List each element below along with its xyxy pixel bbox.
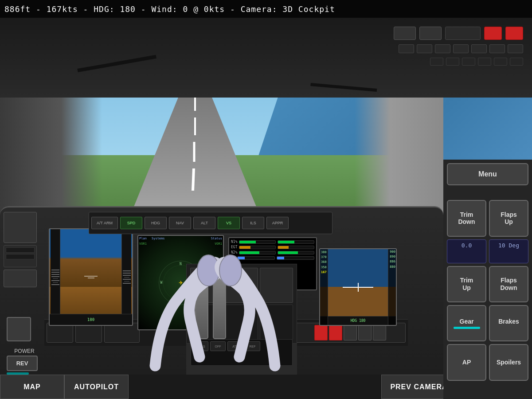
ap-button[interactable]: AP: [447, 344, 486, 380]
autopilot-button[interactable]: AUTOPILOT: [64, 375, 129, 399]
hud-text: 886ft - 167kts - HDG: 180 - Wind: 0 @ 0k…: [4, 4, 335, 14]
trim-value-display: 0.0: [447, 239, 486, 263]
gear-button[interactable]: Gear: [447, 305, 486, 341]
pfd-display: 180: [49, 228, 133, 326]
autopilot-panel: A/T ARM SPD HDG NAV ALT VS ILS APPR: [89, 212, 332, 234]
flaps-up-button[interactable]: Flaps Up: [489, 200, 528, 236]
power-button[interactable]: [7, 317, 31, 341]
map-button[interactable]: MAP: [0, 375, 64, 399]
hud-bar: 886ft - 167kts - HDG: 180 - Wind: 0 @ 0k…: [0, 0, 532, 18]
gear-led: [454, 327, 480, 329]
trim-down-button[interactable]: Trim Down: [447, 200, 486, 236]
center-pedestal: MCAS OFF ATT REF: [186, 264, 297, 375]
brakes-button[interactable]: Brakes: [489, 305, 528, 341]
flaps-down-button[interactable]: Flaps Down: [489, 266, 528, 302]
bottom-spacer: [129, 375, 381, 399]
brakes-led: [496, 327, 522, 329]
ceiling-panel: [0, 18, 532, 98]
rev-btn[interactable]: REV: [7, 356, 38, 371]
secondary-display: HDG 180 380370360350167 900890886880: [319, 248, 397, 326]
spoilers-button[interactable]: Spoilers: [489, 344, 528, 380]
menu-button[interactable]: Menu: [447, 163, 528, 185]
trim-up-button[interactable]: Trim Up: [447, 266, 486, 302]
side-buttons-panel: Menu Trim Down Flaps Up 0.0 10 Deg Trim …: [443, 160, 532, 399]
power-label: POWER: [7, 348, 42, 354]
flaps-value-display: 10 Deg: [489, 239, 528, 263]
power-area: POWER REV: [7, 348, 42, 375]
